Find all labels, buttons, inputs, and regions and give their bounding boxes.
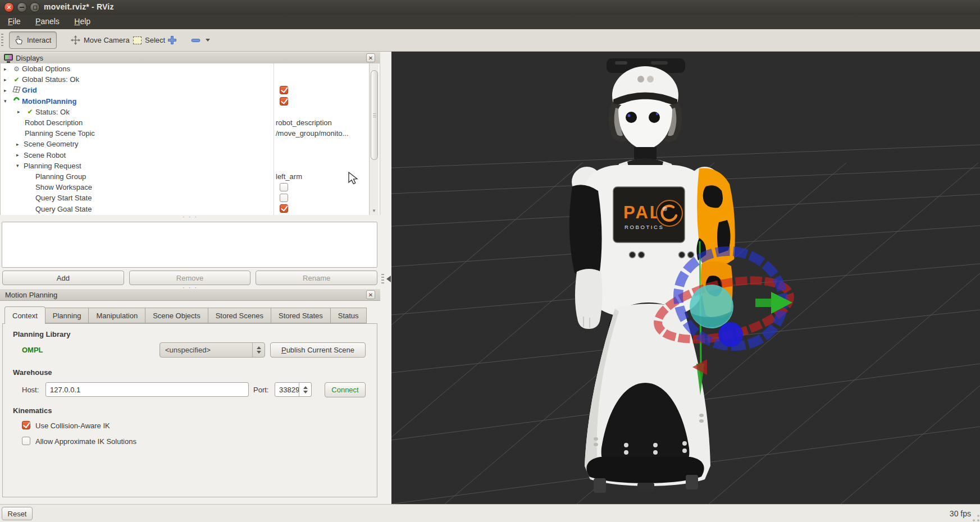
tree-row-scene-geometry[interactable]: ▸ Scene Geometry: [1, 139, 380, 149]
tree-row-motionplanning[interactable]: ▾ MotionPlanning: [1, 96, 380, 107]
expand-arrow-icon[interactable]: ▸: [16, 152, 24, 158]
tab-stored-states[interactable]: Stored States: [271, 308, 331, 323]
tree-row-scene-robot[interactable]: ▸ Scene Robot: [1, 150, 380, 161]
displays-monitor-icon: [4, 54, 13, 61]
menu-help[interactable]: Help: [68, 15, 97, 28]
port-spinner-icons[interactable]: [299, 383, 311, 396]
planning-scene-topic-value[interactable]: /move_group/monito...: [276, 128, 348, 139]
tree-row-label: MotionPlanning: [22, 97, 76, 106]
gear-icon: ⚙: [11, 65, 22, 73]
expand-arrow-icon[interactable]: ▸: [16, 141, 24, 147]
panel-viewport-splitter[interactable]: [381, 274, 384, 284]
planner-select[interactable]: <unspecified>: [159, 342, 265, 358]
mouse-cursor: [348, 172, 361, 187]
connect-button[interactable]: Connect: [325, 382, 366, 397]
tree-row-planning-scene-topic[interactable]: Planning Scene Topic /move_group/monito.…: [1, 128, 380, 139]
tree-row-query-goal-state[interactable]: Query Goal State: [1, 203, 380, 214]
allow-approximate-ik-checkbox[interactable]: [22, 437, 30, 445]
grid-enabled-checkbox[interactable]: [280, 86, 288, 94]
rename-display-button[interactable]: Rename: [256, 271, 377, 285]
tree-row-label: Query Goal State: [35, 205, 92, 213]
robot-description-value[interactable]: robot_description: [276, 117, 332, 128]
window-close-button[interactable]: ✕: [4, 2, 14, 12]
displays-close-button[interactable]: ✕: [366, 53, 375, 62]
show-workspace-checkbox[interactable]: [280, 183, 288, 191]
collapse-arrow-icon[interactable]: ▾: [16, 163, 24, 168]
motionplanning-icon: [11, 97, 22, 105]
tab-planning[interactable]: Planning: [45, 308, 89, 323]
use-collision-aware-ik-label: Use Collision-Aware IK: [35, 422, 110, 430]
fps-counter: 30 fps: [950, 509, 971, 518]
tree-row-query-start-state[interactable]: Query Start State: [1, 193, 380, 203]
port-spinbox[interactable]: 33829: [275, 382, 312, 397]
use-collision-aware-ik-checkbox[interactable]: [22, 421, 30, 429]
expand-arrow-icon[interactable]: ▸: [4, 88, 11, 93]
3d-viewport[interactable]: PAL ROBOTICS: [391, 52, 980, 504]
displays-tree: ▸ ⚙ Global Options ▸ ✔ Global Status: Ok…: [0, 63, 380, 215]
displays-panel-header[interactable]: Displays ✕: [0, 52, 380, 64]
plus-icon: [167, 35, 177, 45]
toolbar-grip[interactable]: [1, 34, 3, 47]
interact-tool-button[interactable]: Interact: [9, 31, 57, 49]
tab-scene-objects[interactable]: Scene Objects: [145, 308, 208, 323]
tree-scrollbar[interactable]: [369, 63, 379, 215]
minimize-icon: [20, 7, 24, 8]
reset-button[interactable]: Reset: [2, 507, 33, 520]
selection-box-icon: [133, 36, 142, 44]
rviz-window: ✕ moveit.rviz* - RViz File Panels Help I…: [0, 0, 980, 522]
context-tab-content: Planning Library OMPL <unspecified> Publ…: [2, 323, 377, 497]
tree-row-show-workspace[interactable]: Show Workspace: [1, 182, 380, 193]
tree-row-label: Global Status: Ok: [22, 75, 79, 84]
menu-file[interactable]: File: [2, 15, 27, 28]
tab-context[interactable]: Context: [4, 306, 45, 324]
tree-row-robot-description[interactable]: Robot Description robot_description: [1, 117, 380, 128]
tree-row-grid[interactable]: ▸ Grid: [1, 85, 380, 95]
publish-current-scene-button[interactable]: Publish Current Scene: [270, 342, 366, 358]
collapse-arrow-icon[interactable]: ▾: [4, 98, 11, 104]
remove-tool-button[interactable]: [185, 31, 215, 49]
window-minimize-button[interactable]: [17, 2, 27, 12]
expand-arrow-icon[interactable]: ▸: [17, 109, 25, 115]
scrollbar-thumb[interactable]: [371, 70, 378, 160]
tree-row-planning-group[interactable]: Planning Group left_arm: [1, 171, 380, 182]
add-display-button[interactable]: Add: [2, 271, 124, 285]
splitter-collapse-left-icon[interactable]: [386, 276, 391, 282]
expand-arrow-icon[interactable]: ▸: [4, 77, 11, 83]
remove-display-button[interactable]: Remove: [129, 271, 251, 285]
menu-panels[interactable]: Panels: [29, 15, 66, 28]
marker-x-arrow-shaft[interactable]: [755, 299, 771, 307]
expand-arrow-icon[interactable]: ▸: [4, 66, 11, 72]
status-ok-check-icon: ✔: [25, 108, 35, 116]
motion-planning-panel-header[interactable]: Motion Planning ✕: [0, 289, 380, 301]
host-input[interactable]: 127.0.0.1: [45, 382, 249, 397]
move-camera-tool-button[interactable]: Move Camera: [66, 31, 135, 49]
interact-tool-label: Interact: [27, 36, 51, 44]
tree-row-label: Status: Ok: [35, 108, 70, 116]
resize-grip[interactable]: [972, 514, 979, 521]
status-ok-check-icon: ✔: [11, 76, 22, 84]
tree-row-planning-request[interactable]: ▾ Planning Request: [1, 161, 380, 171]
tab-status[interactable]: Status: [331, 308, 367, 323]
tab-manipulation[interactable]: Manipulation: [89, 308, 145, 323]
tab-stored-scenes[interactable]: Stored Scenes: [208, 308, 271, 323]
marker-sphere-blue[interactable]: [718, 322, 743, 347]
motion-planning-close-button[interactable]: ✕: [366, 290, 375, 299]
tree-row-label: Show Workspace: [35, 183, 92, 191]
viewport-scene: PAL ROBOTICS: [391, 52, 980, 504]
tree-row-global-options[interactable]: ▸ ⚙ Global Options: [1, 63, 380, 74]
planning-group-value[interactable]: left_arm: [276, 171, 302, 182]
tree-row-global-status[interactable]: ▸ ✔ Global Status: Ok: [1, 74, 380, 85]
query-start-state-checkbox[interactable]: [280, 194, 288, 202]
grid-display-icon: [11, 86, 22, 94]
query-goal-state-checkbox[interactable]: [280, 204, 288, 213]
tree-row-label: Robot Description: [25, 118, 83, 127]
tree-row-status-ok[interactable]: ▸ ✔ Status: Ok: [1, 107, 380, 117]
combo-spinner-icons[interactable]: [252, 343, 265, 357]
add-tool-button[interactable]: [162, 31, 183, 49]
motionplanning-enabled-checkbox[interactable]: [280, 97, 288, 106]
window-maximize-button[interactable]: [30, 2, 40, 12]
tree-description-splitter[interactable]: · · ·: [0, 216, 380, 220]
reem-robot: PAL ROBOTICS: [569, 58, 735, 493]
tree-row-label: Scene Geometry: [24, 140, 79, 148]
scroll-down-icon[interactable]: ▼: [369, 208, 379, 215]
